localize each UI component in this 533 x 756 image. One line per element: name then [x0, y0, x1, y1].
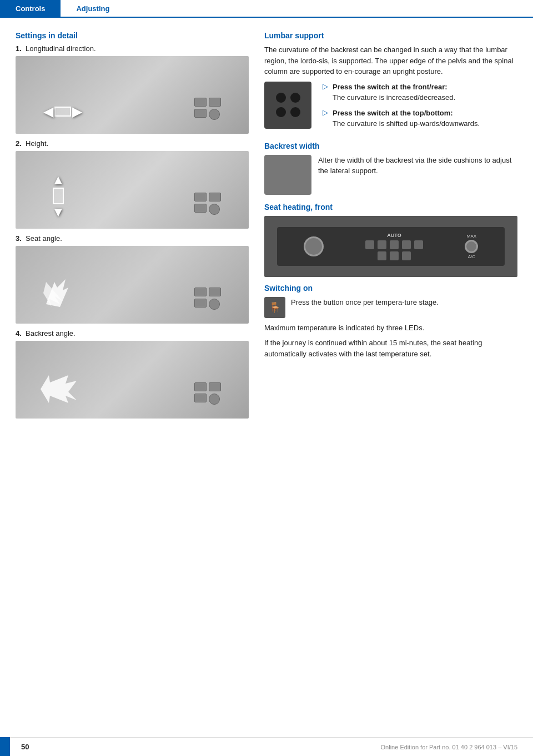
ctrl-btn-7: [194, 288, 207, 296]
switching-inline-text: Press the button once per tempera-ture s…: [291, 297, 439, 308]
panel-btn-4: [402, 240, 411, 249]
seat-controls-2: [194, 193, 221, 215]
tab-controls[interactable]: Controls: [0, 0, 61, 17]
ctrl-btn-9: [194, 299, 207, 308]
backrest-section: Alter the width of the backrest via the …: [264, 155, 517, 195]
ctrl-btn-6: [194, 204, 207, 213]
ctrl-btn-1: [194, 98, 207, 107]
step4-text: Backrest angle.: [26, 329, 76, 337]
lumbar-bullet-1-text: Press the switch at the front/rear: The …: [333, 82, 455, 103]
seat-controls-4: [194, 382, 221, 405]
lumbar-bullet-2-body: The curvature is shifted up-wards/downwa…: [333, 119, 480, 128]
lumbar-bullet-2-title: Press the switch at the top/bottom:: [333, 109, 453, 117]
step1-text: Longitudinal direction.: [26, 44, 95, 53]
lumbar-dots: [276, 93, 300, 117]
panel-btn-7: [390, 251, 399, 260]
seat-controls-3: [194, 288, 221, 310]
step2-number: 2.: [16, 139, 22, 148]
tab-adjusting-label: Adjusting: [76, 4, 109, 13]
ctrl-btn-circle3: [209, 299, 220, 310]
step2-label: 2. Height.: [16, 139, 249, 148]
ctrl-btn-4: [194, 193, 207, 201]
settings-detail-title: Settings in detail: [16, 31, 249, 40]
tilt-arrow-svg: [41, 276, 74, 310]
ctrl-btn-circle4: [209, 394, 220, 405]
bullet-arrow-icon-2: ▷: [323, 108, 328, 117]
lumbar-dot-1: [276, 93, 286, 103]
step2-image: ▲ ▼: [16, 151, 249, 229]
tab-controls-label: Controls: [16, 4, 45, 13]
seat-heat-symbol: 🪑: [269, 301, 281, 314]
ctrl-btn-circle: [209, 109, 220, 120]
panel-row-2: [378, 251, 411, 260]
switching-title: Switching on: [264, 284, 517, 293]
step2-text: Height.: [26, 139, 48, 148]
step1-image: ◀ ▶: [16, 56, 249, 134]
svg-marker-2: [41, 375, 77, 403]
lumbar-section: ▷ Press the switch at the front/rear: Th…: [264, 82, 517, 134]
heating-center: AUTO: [365, 233, 423, 260]
lumbar-dot-4: [290, 107, 300, 117]
panel-btn-5: [414, 240, 423, 249]
seat-icon-lr: [54, 107, 71, 117]
lumbar-bullet-1-title: Press the switch at the front/rear:: [333, 83, 447, 91]
heating-title: Seat heating, front: [264, 203, 517, 211]
tab-adjusting[interactable]: Adjusting: [61, 0, 125, 17]
bullet-arrow-icon-1: ▷: [323, 82, 328, 90]
right-column: Lumbar support The curvature of the back…: [264, 28, 517, 424]
lumbar-bullet-1: ▷ Press the switch at the front/rear: Th…: [318, 82, 480, 103]
max-area: MAX A/C: [465, 234, 478, 259]
step3-label: 3. Seat angle.: [16, 234, 249, 243]
top-navigation: Controls Adjusting: [0, 0, 533, 18]
left-column: Settings in detail 1. Longitudinal direc…: [16, 28, 249, 424]
panel-btn-3: [390, 240, 399, 249]
seat-controls-1: [194, 98, 221, 120]
step4-number: 4.: [16, 329, 22, 337]
main-content: Settings in detail 1. Longitudinal direc…: [0, 18, 533, 435]
up-arrow-icon: ▲: [52, 173, 65, 187]
ctrl-btn-8: [209, 288, 221, 296]
page-number: 50: [21, 743, 29, 751]
panel-btn-1: [365, 240, 374, 249]
lumbar-dot-3: [276, 107, 286, 117]
panel-btn-6: [378, 251, 386, 260]
auto-label: AUTO: [387, 233, 401, 238]
backrest-image: [264, 155, 311, 195]
switching-body1: Maximum temperature is indicated by thre…: [264, 322, 517, 334]
ctrl-btn-12: [194, 394, 207, 402]
lumbar-body: The curvature of the backrest can be cha…: [264, 44, 517, 77]
lumbar-title: Lumbar support: [264, 31, 517, 40]
heating-image: AUTO MAX: [264, 216, 517, 277]
step3-image: [16, 246, 249, 324]
step4-label: 4. Backrest angle.: [16, 329, 249, 337]
backrest-arrows: [38, 372, 82, 407]
heating-knob-left: [304, 236, 324, 256]
ctrl-btn-5: [209, 193, 221, 201]
heating-panel: AUTO MAX: [277, 227, 505, 266]
seat-heat-button-icon: 🪑: [264, 297, 285, 318]
lumbar-bullet-1-body: The curvature is increased/decreased.: [333, 93, 455, 102]
ud-arrows: ▲ ▼: [52, 173, 65, 219]
step1-number: 1.: [16, 44, 22, 53]
panel-row-1: [365, 240, 423, 249]
ctrl-btn-3: [194, 109, 207, 118]
lr-arrows-1: ◀ ▶: [43, 105, 82, 118]
ctrl-btn-circle2: [209, 204, 220, 215]
lumbar-bullets: ▷ Press the switch at the front/rear: Th…: [318, 82, 480, 134]
lumbar-image: [264, 82, 311, 129]
switching-inline-section: 🪑 Press the button once per tempera-ture…: [264, 297, 517, 318]
lumbar-bullet-2: ▷ Press the switch at the top/bottom: Th…: [318, 108, 480, 129]
step3-number: 3.: [16, 234, 22, 243]
step3-text: Seat angle.: [26, 234, 62, 243]
tilt-arrows: [41, 276, 74, 311]
footer: 50 Online Edition for Part no. 01 40 2 9…: [0, 737, 533, 756]
lumbar-dot-2: [290, 93, 300, 103]
step4-image: [16, 341, 249, 419]
backrest-title: Backrest width: [264, 142, 517, 150]
ac-label: A/C: [468, 254, 475, 259]
seat-icon-ud: [53, 188, 64, 204]
panel-btn-8: [402, 251, 411, 260]
ctrl-btn-10: [194, 382, 207, 391]
left-arrow-icon: ◀: [43, 105, 53, 118]
footer-bar: [0, 737, 10, 756]
